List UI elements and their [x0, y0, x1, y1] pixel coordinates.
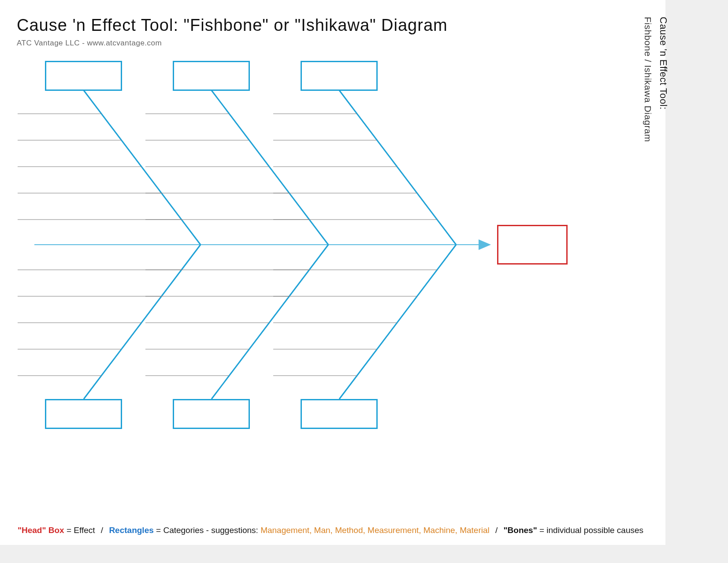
legend-head-eq: = Effect	[64, 526, 95, 535]
category-box-bot-1	[45, 399, 122, 429]
legend: "Head" Box = Effect / Rectangles = Categ…	[18, 526, 648, 535]
category-box-top-2	[173, 61, 250, 91]
category-box-top-1	[45, 61, 122, 91]
legend-head-label: "Head" Box	[18, 526, 64, 535]
legend-sep: /	[101, 526, 106, 535]
legend-bones-eq: = individual possible causes	[537, 526, 643, 535]
category-box-bot-2	[173, 399, 250, 429]
head-effect-box	[497, 225, 568, 265]
legend-sep: /	[495, 526, 500, 535]
category-box-bot-3	[301, 399, 378, 429]
legend-rect-label: Rectangles	[109, 526, 153, 535]
page: Cause 'n Effect Tool: "Fishbone" or "Ish…	[0, 0, 665, 545]
legend-rect-eq: = Categories - suggestions:	[154, 526, 260, 535]
category-box-top-3	[301, 61, 378, 91]
legend-suggestions: Management, Man, Method, Measurement, Ma…	[260, 526, 490, 535]
legend-bones-label: "Bones"	[504, 526, 537, 535]
